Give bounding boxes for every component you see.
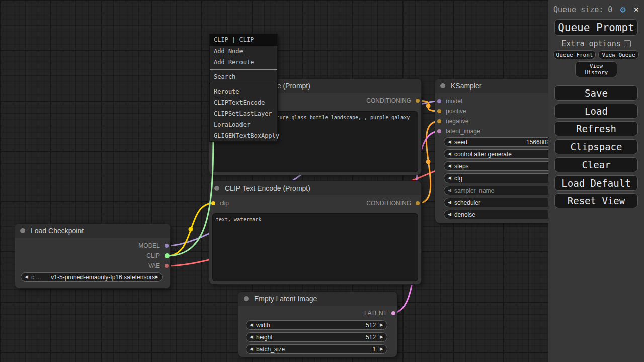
widget-value: v1-5-pruned-emaonly-fp16.safetensors <box>51 274 155 281</box>
menu-item-clipsetlastlayer[interactable]: CLIPSetLastLayer <box>210 108 277 119</box>
view-history-button[interactable]: View History <box>575 61 617 77</box>
increment-arrow[interactable]: ▶ <box>380 335 383 339</box>
widget-denoise[interactable]: ◀denoise <box>444 210 548 219</box>
increment-arrow[interactable]: ▶ <box>380 347 383 351</box>
extra-options-label: Extra options <box>561 39 620 48</box>
output-label: MODEL <box>138 242 160 249</box>
output-dot <box>416 99 420 103</box>
widget-label: sampler_name <box>454 187 494 194</box>
menu-item-search[interactable]: Search <box>210 71 277 82</box>
widget-label: c ... <box>31 274 41 281</box>
comfy-menu-panel: Queue size: 0 ⚙ ✕ Queue Prompt Extra opt… <box>548 0 644 362</box>
dragging-link <box>167 130 213 256</box>
menu-item-cliptextencode[interactable]: CLIPTextEncode <box>210 97 277 108</box>
collapse-dot[interactable] <box>20 228 25 233</box>
input-slot-latent_image[interactable]: latent_image <box>437 127 480 135</box>
menu-separator <box>210 84 277 84</box>
load-default-button[interactable]: Load Default <box>554 175 638 191</box>
context-menu: CLIP | CLIP Add NodeAdd RerouteSearchRer… <box>210 34 277 141</box>
input-dot <box>211 201 215 205</box>
node-title-bar[interactable]: CLIP Text Encode (Prompt) <box>209 181 421 195</box>
extra-options-checkbox[interactable] <box>624 40 631 47</box>
extra-options-row: Extra options <box>548 40 644 48</box>
output-slot-CONDITIONING[interactable]: CONDITIONING <box>366 199 420 207</box>
save-button[interactable]: Save <box>554 85 638 101</box>
increment-arrow[interactable]: ▶ <box>155 275 158 279</box>
decrement-arrow[interactable]: ◀ <box>250 347 253 351</box>
output-slot-CONDITIONING[interactable]: CONDITIONING <box>366 97 420 105</box>
widget-seed[interactable]: ◀seed1566802087 <box>444 137 548 147</box>
close-icon[interactable]: ✕ <box>634 4 639 14</box>
node-ksampler[interactable]: KSamplermodelpositivenegativelatent_imag… <box>435 79 548 223</box>
output-slot-VAE[interactable]: VAE <box>148 262 169 270</box>
collapse-dot[interactable] <box>214 186 219 191</box>
reset-view-button[interactable]: Reset View <box>554 193 638 208</box>
widget-width[interactable]: ◀width512▶ <box>246 320 387 330</box>
widget-cfg[interactable]: ◀cfg <box>444 173 548 183</box>
settings-gear-icon[interactable]: ⚙ <box>620 4 626 15</box>
view-queue-button[interactable]: View Queue <box>598 50 639 59</box>
input-slot-clip[interactable]: clip <box>211 199 229 207</box>
input-label: positive <box>446 108 466 115</box>
decrement-arrow[interactable]: ◀ <box>448 188 451 193</box>
input-slot-model[interactable]: model <box>437 97 462 105</box>
node-title-bar[interactable]: Load Checkpoint <box>15 224 170 238</box>
decrement-arrow[interactable]: ◀ <box>448 200 451 205</box>
output-label: VAE <box>148 262 160 269</box>
widget-control-after-generate[interactable]: ◀control after generaterandomize <box>444 149 548 159</box>
decrement-arrow[interactable]: ◀ <box>448 140 451 144</box>
collapse-dot[interactable] <box>440 83 445 88</box>
menu-separator <box>210 69 277 70</box>
menu-item-reroute[interactable]: Reroute <box>210 86 277 97</box>
clip-link <box>167 203 213 256</box>
load-button[interactable]: Load <box>554 104 638 119</box>
output-slot-CLIP[interactable]: CLIP <box>146 252 169 260</box>
decrement-arrow[interactable]: ◀ <box>448 164 451 168</box>
decrement-arrow[interactable]: ◀ <box>448 212 451 217</box>
node-load-checkpoint[interactable]: Load CheckpointMODELCLIPVAE◀c ...v1-5-pr… <box>15 224 170 288</box>
decrement-arrow[interactable]: ◀ <box>250 323 253 327</box>
prompt-textarea[interactable]: text, watermark <box>213 214 418 281</box>
widget-scheduler[interactable]: ◀scheduler <box>444 198 548 207</box>
queue-prompt-button[interactable]: Queue Prompt <box>554 19 638 36</box>
increment-arrow[interactable]: ▶ <box>380 323 383 327</box>
node-title-bar[interactable]: Empty Latent Image <box>238 292 397 306</box>
widget-sampler-name[interactable]: ◀sampler_name <box>444 186 548 195</box>
input-dot <box>437 119 441 123</box>
node-empty-latent-image[interactable]: Empty Latent ImageLATENT◀width512▶◀heigh… <box>238 292 397 357</box>
widget-value: 512 <box>366 334 376 341</box>
collapse-dot[interactable] <box>244 296 249 301</box>
queue-front-button[interactable]: Queue Front <box>553 50 596 59</box>
output-dot <box>165 254 169 258</box>
widget-batch-size[interactable]: ◀batch_size1▶ <box>246 344 387 354</box>
context-menu-title: CLIP | CLIP <box>210 34 277 46</box>
menu-item-gligentextboxapply[interactable]: GLIGENTextBoxApply <box>210 130 277 141</box>
refresh-button[interactable]: Refresh <box>554 121 638 136</box>
input-slot-negative[interactable]: negative <box>437 117 468 125</box>
output-label: CONDITIONING <box>366 200 411 207</box>
widget-height[interactable]: ◀height512▶ <box>246 332 387 342</box>
menu-item-add-reroute[interactable]: Add Reroute <box>210 57 277 68</box>
decrement-arrow[interactable]: ◀ <box>448 176 451 180</box>
decrement-arrow[interactable]: ◀ <box>448 152 451 156</box>
output-slot-MODEL[interactable]: MODEL <box>138 242 169 250</box>
node-title-bar[interactable]: KSampler <box>435 79 548 93</box>
input-label: clip <box>220 200 229 207</box>
widget-steps[interactable]: ◀steps <box>444 161 548 171</box>
menu-item-loraloader[interactable]: LoraLoader <box>210 119 277 130</box>
decrement-arrow[interactable]: ◀ <box>250 335 253 339</box>
node-graph-canvas[interactable]: CLIP Text Encode (Prompt)clipCONDITIONIN… <box>0 0 548 362</box>
widget-value: 512 <box>366 322 376 329</box>
input-slot-positive[interactable]: positive <box>437 107 466 115</box>
decrement-arrow[interactable]: ◀ <box>25 275 28 279</box>
output-slot-LATENT[interactable]: LATENT <box>364 309 395 317</box>
clear-button[interactable]: Clear <box>554 157 638 172</box>
node-clip-text-encode-negative[interactable]: CLIP Text Encode (Prompt)clipCONDITIONIN… <box>209 181 421 284</box>
clip-link-dot <box>189 227 193 232</box>
menu-item-add-node[interactable]: Add Node <box>210 46 277 57</box>
clipspace-button[interactable]: Clipspace <box>554 139 638 154</box>
output-dot <box>391 311 395 315</box>
widget-c-[interactable]: ◀c ...v1-5-pruned-emaonly-fp16.safetenso… <box>21 272 163 282</box>
widget-label: steps <box>454 163 469 170</box>
output-label: CONDITIONING <box>366 97 411 104</box>
